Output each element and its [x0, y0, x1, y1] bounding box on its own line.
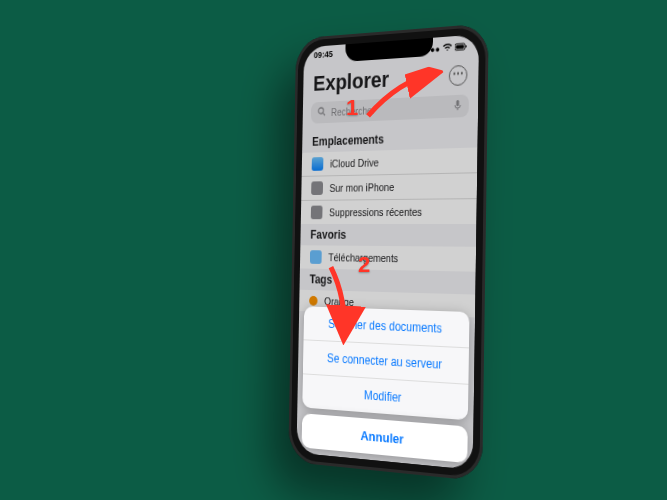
action-edit[interactable]: Modifier — [302, 373, 468, 420]
phone-mockup: 09:45 ●●● Explorer ⋯ — [288, 23, 489, 481]
location-trash[interactable]: Suppressions récentes — [301, 198, 477, 224]
search-icon — [318, 107, 327, 119]
svg-rect-0 — [455, 43, 465, 50]
favorites-header[interactable]: Favoris — [300, 224, 476, 247]
favorite-downloads[interactable]: Téléchargements — [300, 245, 476, 271]
stage: 09:45 ●●● Explorer ⋯ — [0, 0, 667, 500]
svg-point-3 — [318, 108, 323, 114]
cloud-icon — [312, 157, 324, 171]
action-sheet: Scanner des documents Se connecter au se… — [296, 306, 475, 470]
page-title: Explorer — [313, 67, 389, 97]
more-menu-button[interactable]: ⋯ — [449, 65, 468, 87]
folder-icon — [310, 250, 322, 264]
trash-icon — [311, 206, 323, 220]
tag-dot-icon — [309, 296, 317, 306]
svg-line-4 — [323, 113, 325, 116]
location-icloud[interactable]: iCloud Drive — [302, 147, 478, 175]
action-cancel[interactable]: Annuler — [302, 413, 468, 463]
location-on-device[interactable]: Sur mon iPhone — [301, 172, 477, 200]
status-time: 09:45 — [314, 49, 333, 66]
svg-rect-1 — [456, 45, 464, 49]
screen: 09:45 ●●● Explorer ⋯ — [296, 34, 479, 470]
search-input[interactable]: Rechercher — [311, 94, 469, 123]
mic-icon[interactable] — [454, 99, 462, 113]
iphone-icon — [311, 181, 323, 195]
wifi-icon — [443, 43, 452, 54]
svg-rect-2 — [465, 45, 466, 47]
annotation-2: 2 — [358, 252, 370, 278]
annotation-1: 1 — [346, 95, 358, 121]
signal-icon: ●●● — [425, 44, 440, 55]
svg-rect-5 — [456, 99, 459, 105]
battery-icon — [455, 42, 468, 53]
locations-header[interactable]: Emplacements — [302, 125, 478, 153]
